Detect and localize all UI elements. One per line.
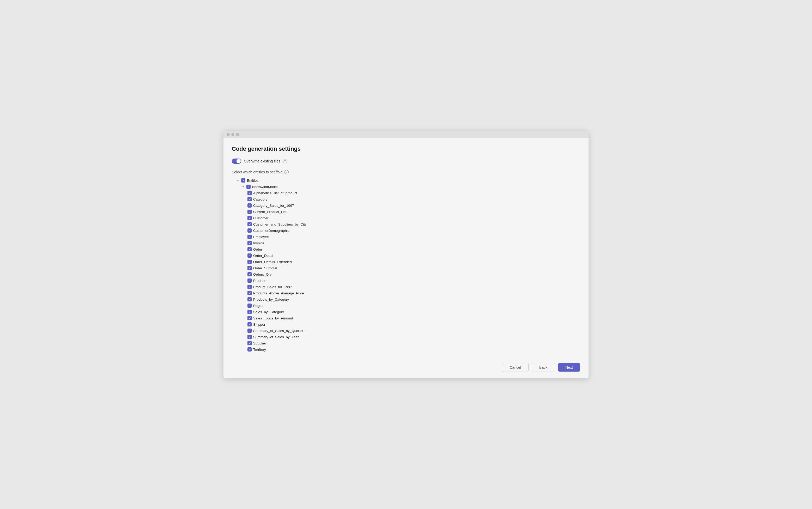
list-item[interactable]: ✓ Summary_of_Sales_by_Year (232, 334, 580, 340)
scaffold-label-row: Select which entities to scaffold ? (232, 170, 580, 174)
item-checkbox[interactable]: ✓ (247, 341, 251, 345)
list-item[interactable]: ✓ Orders_Qry (232, 271, 580, 277)
item-label: Products_by_Category (253, 298, 289, 301)
list-item[interactable]: ✓ Product (232, 277, 580, 284)
list-item[interactable]: ✓ Invoice (232, 240, 580, 246)
item-checkbox[interactable]: ✓ (247, 272, 251, 276)
item-label: Summary_of_Sales_by_Year (253, 335, 299, 339)
item-checkbox[interactable]: ✓ (247, 329, 251, 333)
item-checkbox[interactable]: ✓ (247, 247, 251, 251)
item-checkbox[interactable]: ✓ (247, 304, 251, 308)
item-label: Invoice (253, 241, 264, 245)
dot-1 (227, 133, 230, 136)
item-label: Customer_and_Suppliers_by_City (253, 223, 307, 226)
entity-tree: ▾ ✓ Entities ▾ ✓ NorthwindModel ✓ (232, 177, 580, 352)
item-checkbox[interactable]: ✓ (247, 347, 251, 351)
item-label: Current_Product_List (253, 210, 286, 214)
northwindmodel-chevron-icon: ▾ (241, 185, 245, 189)
list-item[interactable]: ✓ Territory (232, 346, 580, 352)
cancel-button[interactable]: Cancel (502, 363, 529, 372)
dialog-heading: Code generation settings (232, 145, 580, 152)
overwrite-help-icon[interactable]: ? (283, 159, 287, 163)
list-item[interactable]: ✓ Order_Detail (232, 252, 580, 259)
list-item[interactable]: ✓ Customer (232, 215, 580, 221)
dialog-footer: Cancel Back Next (224, 359, 588, 378)
item-checkbox[interactable]: ✓ (247, 235, 251, 239)
code-generation-dialog: Code generation settings Overwrite exist… (224, 131, 588, 378)
northwindmodel-check-icon: ✓ (247, 185, 250, 188)
overwrite-row: Overwrite existing files ? (232, 159, 580, 164)
next-button[interactable]: Next (558, 363, 580, 372)
item-checkbox[interactable]: ✓ (247, 260, 251, 264)
item-label: Product (253, 279, 266, 283)
item-checkbox[interactable]: ✓ (247, 335, 251, 339)
list-item[interactable]: ✓ Current_Product_List (232, 209, 580, 215)
item-label: Alphabetical_list_of_product (253, 191, 297, 195)
item-label: Products_Above_Average_Price (253, 291, 304, 295)
tree-row-northwindmodel[interactable]: ▾ ✓ NorthwindModel (232, 183, 580, 190)
entities-check-icon: ✓ (242, 179, 245, 182)
list-item[interactable]: ✓ Sales_by_Category (232, 309, 580, 315)
list-item[interactable]: ✓ Sales_Totals_by_Amount (232, 315, 580, 321)
list-item[interactable]: ✓ Supplier (232, 340, 580, 346)
title-bar-dots (227, 133, 239, 136)
item-checkbox[interactable]: ✓ (247, 241, 251, 245)
item-checkbox[interactable]: ✓ (247, 316, 251, 320)
list-item[interactable]: ✓ CustomerDemographic (232, 227, 580, 234)
item-checkbox[interactable]: ✓ (247, 310, 251, 314)
item-label: Customer (253, 216, 269, 220)
item-label: Order_Details_Extended (253, 260, 292, 264)
item-checkbox[interactable]: ✓ (247, 285, 251, 289)
list-item[interactable]: ✓ Shipper (232, 321, 580, 328)
item-checkbox[interactable]: ✓ (247, 266, 251, 270)
item-label: Employee (253, 235, 269, 239)
item-label: Region (253, 304, 264, 308)
dialog-body: Code generation settings Overwrite exist… (224, 138, 588, 359)
tree-row-entities[interactable]: ▾ ✓ Entities (232, 177, 580, 183)
list-item[interactable]: ✓ Order_Subtotal (232, 265, 580, 271)
item-checkbox[interactable]: ✓ (247, 197, 251, 201)
northwindmodel-checkbox[interactable]: ✓ (246, 184, 250, 189)
item-label: Order_Subtotal (253, 266, 277, 270)
item-checkbox[interactable]: ✓ (247, 210, 251, 214)
item-label: Order_Detail (253, 254, 273, 258)
item-label: Product_Sales_for_1997 (253, 285, 292, 289)
list-item[interactable]: ✓ Order (232, 246, 580, 252)
item-checkbox[interactable]: ✓ (247, 253, 251, 258)
list-item[interactable]: ✓ Customer_and_Suppliers_by_City (232, 221, 580, 227)
list-item[interactable]: ✓ Category (232, 196, 580, 202)
list-item[interactable]: ✓ Employee (232, 234, 580, 240)
item-label: Supplier (253, 341, 266, 345)
item-label: CustomerDemographic (253, 229, 290, 233)
title-bar (224, 131, 588, 138)
back-button[interactable]: Back (532, 363, 555, 372)
list-item[interactable]: ✓ Order_Details_Extended (232, 259, 580, 265)
item-checkbox[interactable]: ✓ (247, 222, 251, 226)
item-label: Summary_of_Sales_by_Quarter (253, 329, 304, 333)
item-checkbox[interactable]: ✓ (247, 216, 251, 220)
item-label: Category_Sales_for_1997 (253, 204, 294, 208)
list-item[interactable]: ✓ Products_by_Category (232, 296, 580, 303)
list-item[interactable]: ✓ Product_Sales_for_1997 (232, 284, 580, 290)
item-label: Sales_Totals_by_Amount (253, 316, 293, 320)
scaffold-help-icon[interactable]: ? (284, 170, 289, 174)
list-item[interactable]: ✓ Products_Above_Average_Price (232, 290, 580, 296)
item-checkbox[interactable]: ✓ (247, 297, 251, 301)
item-checkbox[interactable]: ✓ (247, 203, 251, 208)
item-label: Sales_by_Category (253, 310, 284, 314)
overwrite-label: Overwrite existing files (244, 159, 280, 163)
item-label: Orders_Qry (253, 272, 272, 276)
overwrite-toggle[interactable] (232, 159, 241, 164)
list-item[interactable]: ✓ Region (232, 303, 580, 309)
list-item[interactable]: ✓ Summary_of_Sales_by_Quarter (232, 328, 580, 334)
item-checkbox[interactable]: ✓ (247, 191, 251, 195)
item-label: Territory (253, 348, 266, 351)
list-item[interactable]: ✓ Category_Sales_for_1997 (232, 202, 580, 209)
item-checkbox[interactable]: ✓ (247, 291, 251, 295)
item-checkbox[interactable]: ✓ (247, 229, 251, 233)
item-checkbox[interactable]: ✓ (247, 322, 251, 327)
item-checkbox[interactable]: ✓ (247, 278, 251, 283)
list-item[interactable]: ✓ Alphabetical_list_of_product (232, 190, 580, 196)
entities-checkbox[interactable]: ✓ (241, 178, 245, 182)
entities-label: Entities (247, 179, 259, 182)
